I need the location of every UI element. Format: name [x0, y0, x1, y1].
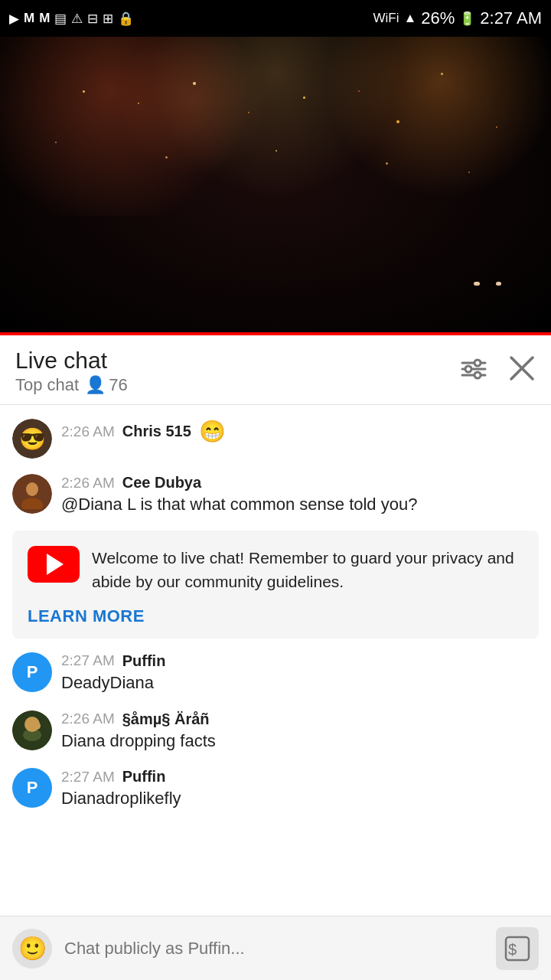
svg-point-4 — [465, 366, 471, 372]
message-content: 2:26 AM Cee Dubya @Diana L is that what … — [61, 474, 539, 517]
svg-point-9 — [26, 482, 38, 496]
m-icon-1: M — [24, 11, 34, 26]
chris-avatar-face: 😎 — [12, 419, 52, 459]
message-meta: 2:26 AM §åmµ§ Äråñ — [61, 710, 539, 728]
emoji-button[interactable]: 🙂 — [12, 929, 52, 969]
samus-avatar-face — [12, 710, 52, 750]
puffin-avatar-letter: P — [27, 662, 38, 682]
learn-more-button[interactable]: LEARN MORE — [28, 606, 523, 626]
message-text: DeadyDiana — [61, 671, 539, 695]
image-icon: ⊟ — [87, 11, 98, 27]
status-icons-right: WiFi ▲ 26% 🔋 2:27 AM — [373, 8, 542, 28]
svg-point-3 — [474, 360, 481, 366]
folder-icon: ▤ — [54, 11, 67, 27]
warning-icon: ⚠ — [71, 11, 83, 27]
chat-subtitle: Top chat 👤 76 — [15, 375, 128, 395]
message-author: Cee Dubya — [122, 474, 201, 492]
message-time: 2:26 AM — [61, 423, 115, 440]
message-row: P 2:27 AM Puffin Dianadroplikefly — [0, 760, 551, 818]
video-player[interactable] — [0, 37, 551, 335]
message-content: 2:26 AM Chris 515 😁 — [61, 419, 539, 446]
battery-icon: 🔋 — [459, 11, 475, 27]
message-time: 2:27 AM — [61, 769, 115, 786]
viewer-number: 76 — [109, 375, 127, 395]
Puffin-avatar: P — [12, 652, 52, 692]
message-content: 2:27 AM Puffin DeadyDiana — [61, 652, 539, 695]
message-text: @Diana L is that what common sense told … — [61, 493, 539, 517]
youtube-logo — [28, 546, 80, 583]
m-icon-2: M — [39, 11, 50, 26]
message-time: 2:26 AM — [61, 475, 115, 492]
youtube-play-icon — [47, 554, 64, 575]
Samus-avatar — [12, 710, 52, 750]
battery-level: 26% — [421, 8, 455, 28]
close-chat-button[interactable] — [508, 354, 536, 388]
message-text: Diana dropping facts — [61, 730, 539, 753]
message-content: 2:26 AM §åmµ§ Äråñ Diana dropping facts — [61, 710, 539, 753]
live-chat-panel: Live chat Top chat 👤 76 — [0, 335, 551, 980]
Chris515-avatar: 😎 — [12, 419, 52, 459]
send-button[interactable]: $ — [496, 927, 539, 970]
chat-header: Live chat Top chat 👤 76 — [0, 335, 551, 405]
Puffin2-avatar: P — [12, 768, 52, 808]
chat-header-left: Live chat Top chat 👤 76 — [15, 348, 128, 395]
lock-icon: 🔒 — [118, 11, 134, 27]
cee-avatar-face — [12, 474, 52, 514]
chat-input[interactable] — [64, 939, 484, 959]
clock: 2:27 AM — [480, 8, 542, 28]
message-author: Puffin — [122, 768, 166, 786]
CeeDubya-avatar — [12, 474, 52, 514]
emoji-icon: 🙂 — [18, 935, 47, 962]
message-content: 2:27 AM Puffin Dianadroplikefly — [61, 768, 539, 811]
message-meta: 2:26 AM Cee Dubya — [61, 474, 539, 492]
viewer-count: 👤 76 — [85, 375, 127, 395]
video-background — [0, 37, 551, 335]
message-author: Chris 515 — [122, 423, 191, 440]
svg-point-15 — [24, 717, 40, 732]
message-time: 2:26 AM — [61, 710, 115, 727]
welcome-card-top: Welcome to live chat! Remember to guard … — [28, 546, 523, 594]
status-icons-left: ▶ M M ▤ ⚠ ⊟ ⊞ 🔒 — [9, 11, 134, 27]
play-icon: ▶ — [9, 11, 19, 27]
svg-text:$: $ — [508, 941, 517, 958]
message-author: Puffin — [122, 652, 166, 670]
light-dots — [0, 37, 551, 335]
chat-input-bar: 🙂 $ — [0, 916, 551, 980]
welcome-text: Welcome to live chat! Remember to guard … — [92, 546, 523, 594]
message-row: P 2:27 AM Puffin DeadyDiana — [0, 645, 551, 703]
message-row: 😎 2:26 AM Chris 515 😁 — [0, 411, 551, 466]
svg-point-5 — [474, 372, 481, 378]
message-meta: 2:26 AM Chris 515 😁 — [61, 419, 539, 444]
status-bar: ▶ M M ▤ ⚠ ⊟ ⊞ 🔒 WiFi ▲ 26% 🔋 2:27 AM — [0, 0, 551, 37]
message-row: 2:26 AM Cee Dubya @Diana L is that what … — [0, 466, 551, 524]
grid-icon: ⊞ — [103, 11, 113, 27]
chat-title: Live chat — [15, 348, 128, 374]
message-author: §åmµ§ Äråñ — [122, 710, 210, 728]
message-time: 2:27 AM — [61, 652, 115, 669]
message-emoji: 😁 — [199, 419, 226, 444]
message-meta: 2:27 AM Puffin — [61, 768, 539, 786]
viewer-icon: 👤 — [85, 375, 106, 395]
welcome-card: Welcome to live chat! Remember to guard … — [12, 531, 539, 639]
wifi-icon: WiFi — [373, 11, 399, 26]
filter-button[interactable] — [461, 358, 487, 385]
puffin2-avatar-letter: P — [27, 778, 38, 798]
message-text: Dianadroplikefly — [61, 787, 539, 811]
signal-icon: ▲ — [403, 11, 416, 26]
message-meta: 2:27 AM Puffin — [61, 652, 539, 670]
chat-header-right — [461, 354, 536, 388]
chat-messages-list: 😎 2:26 AM Chris 515 😁 — [0, 405, 551, 916]
message-row: 2:26 AM §åmµ§ Äråñ Diana dropping facts — [0, 703, 551, 761]
chat-mode[interactable]: Top chat — [15, 375, 79, 395]
